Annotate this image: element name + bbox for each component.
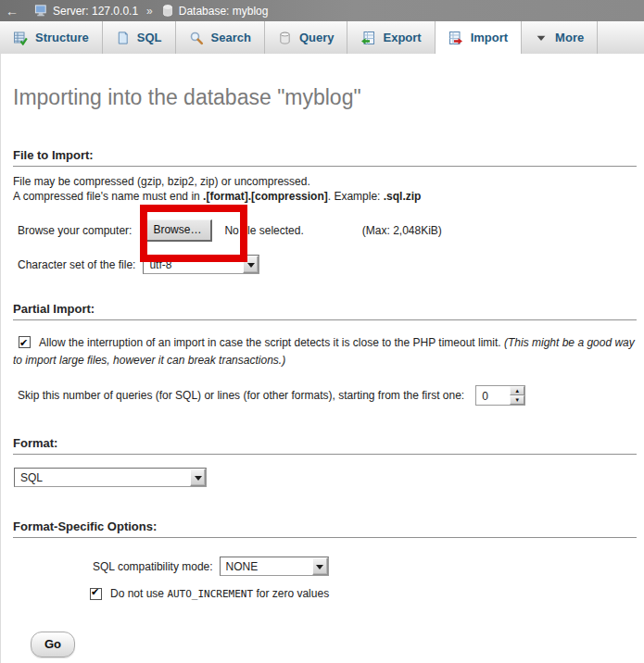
zero-values-label-prefix: Do not use [110,587,167,600]
format-select[interactable]: SQL [14,468,207,487]
breadcrumb-bar: ← Server: 127.0.0.1 » Database: myblog [0,0,644,21]
format-select-value: SQL [15,469,48,486]
skip-queries-value: 0 [476,386,510,405]
format-select-arrow-icon[interactable] [190,469,206,486]
zero-values-checkbox[interactable]: ✔ [90,588,102,600]
charset-select-arrow-icon[interactable] [243,256,259,273]
breadcrumb-database[interactable]: Database: myblog [161,4,269,18]
page-title: Importing into the database "myblog" [13,54,638,110]
chevron-down-icon [535,31,548,44]
structure-icon [13,31,28,45]
tab-bar: Structure SQL Search Query [0,21,644,54]
checkmark-icon: ✔ [91,586,99,598]
charset-select[interactable]: utf-8 [143,255,259,274]
allow-interruption-checkbox[interactable]: ✔ [19,336,31,348]
compression-hint: File may be compressed (gzip, bzip2, zip… [13,174,638,204]
query-icon [278,31,292,45]
breadcrumb-database-label: Database: myblog [179,5,269,18]
charset-select-value: utf-8 [144,256,177,273]
zero-values-row: ✔ Do not use AUTO_INCREMENT for zero val… [90,587,638,600]
sql-compatibility-select[interactable]: NONE [220,557,329,576]
allow-interruption-row: ✔Allow the interruption of an import in … [13,334,638,369]
tab-search[interactable]: Search [176,21,265,54]
tab-query[interactable]: Query [265,21,348,54]
sql-compatibility-row: SQL compatibility mode: NONE [93,557,638,576]
section-heading-partial-import: Partial Import: [13,302,637,320]
section-heading-format-specific-options: Format-Specific Options: [13,519,637,538]
main-content: Importing into the database "myblog" Fil… [0,54,644,663]
tab-label: Structure [35,31,89,44]
skip-queries-stepper[interactable]: 0 ▲ ▼ [475,385,525,406]
breadcrumb-server[interactable]: Server: 127.0.0.1 [34,4,138,18]
charset-label: Character set of the file: [18,258,135,271]
auto-increment-code: AUTO_INCREMENT [167,588,253,600]
tabbar-spacer [598,21,644,54]
back-arrow-icon[interactable]: ← [6,4,28,19]
stepper-down-icon[interactable]: ▼ [510,395,524,405]
no-file-selected-text: No file selected. [224,224,303,237]
breadcrumb-separator: » [145,5,155,18]
compat-select-arrow-icon[interactable] [312,557,328,575]
allow-interruption-label: Allow the interruption of an import in c… [39,336,504,349]
sql-icon [116,31,130,45]
skip-queries-label: Skip this number of queries (for SQL) or… [18,389,464,402]
zero-values-label-suffix: for zero values [253,587,329,600]
tab-label: SQL [137,31,162,44]
tab-export[interactable]: Export [347,21,435,54]
search-icon [189,31,204,45]
section-heading-format: Format: [13,436,637,455]
tab-label: More [555,31,584,44]
go-button[interactable]: Go [31,632,75,657]
max-size-hint: (Max: 2,048KiB) [362,224,442,237]
tab-label: Search [211,31,251,44]
format-compression-pattern: .[format].[compression] [203,190,328,203]
server-icon [34,4,48,18]
database-icon [161,4,174,18]
stepper-up-icon[interactable]: ▲ [510,386,524,395]
charset-row: Character set of the file: utf-8 [18,255,638,274]
example-filename: .sql.zip [384,190,422,203]
section-heading-file-to-import: File to Import: [13,148,637,167]
tab-structure[interactable]: Structure [0,21,103,54]
tab-more[interactable]: More [522,21,598,54]
tab-label: Query [299,31,335,44]
format-row: SQL [14,468,638,487]
import-icon [448,31,463,45]
compression-hint-example: . Example: [328,190,384,203]
tab-import[interactable]: Import [436,21,522,54]
sql-compatibility-label: SQL compatibility mode: [93,560,213,573]
sql-compatibility-value: NONE [221,557,264,575]
compression-hint-line2: A compressed file's name must end in [13,190,203,203]
checkmark-icon: ✔ [19,334,28,352]
browse-button[interactable]: Browse… [143,219,212,242]
export-icon [360,31,375,45]
tab-label: Export [383,31,421,44]
tab-sql[interactable]: SQL [103,21,176,54]
browse-row: Browse your computer: Browse… No file se… [18,219,638,243]
tab-label: Import [471,31,508,44]
zero-values-label: Do not use AUTO_INCREMENT for zero value… [110,587,329,600]
skip-queries-row: Skip this number of queries (for SQL) or… [18,385,638,406]
compression-hint-line1: File may be compressed (gzip, bzip2, zip… [13,175,310,188]
browse-label: Browse your computer: [18,224,132,237]
breadcrumb-server-label: Server: 127.0.0.1 [53,5,138,18]
